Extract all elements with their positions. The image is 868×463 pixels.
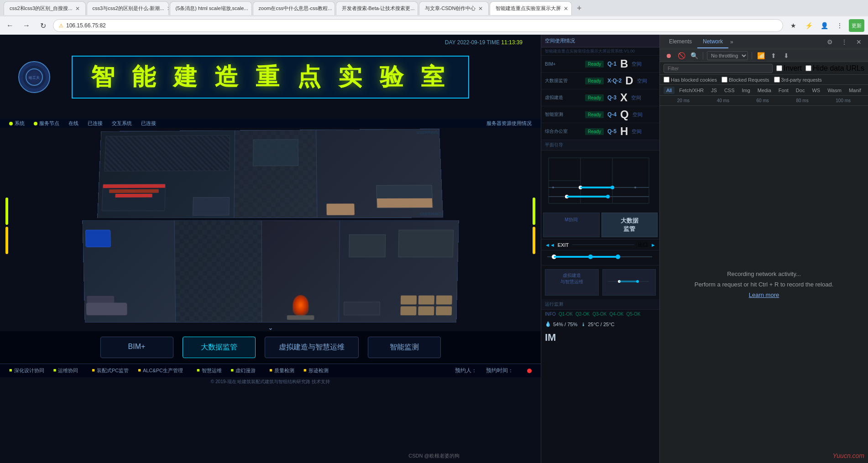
tab-2[interactable]: css3与css2的区别是什么-新潮... ✕: [87, 1, 169, 15]
day-label: DAY 2022-09-19 TIME 11:13:39: [445, 39, 523, 46]
devtools-tab-elements[interactable]: Elements: [664, 36, 697, 48]
desk-1: [400, 295, 416, 304]
watermark-csdn: CSDN @欧根老婆的狗: [408, 453, 459, 459]
back-button[interactable]: ←: [4, 19, 16, 32]
machinery-unit-1: [101, 183, 165, 211]
third-party-input[interactable]: [774, 77, 780, 83]
bim-id-2: X·Q-2: [607, 78, 622, 84]
type-all[interactable]: All: [664, 87, 675, 94]
devtools-tab-more[interactable]: »: [730, 39, 733, 45]
devtools-close-icon[interactable]: ✕: [853, 36, 864, 47]
profile-button[interactable]: 👤: [818, 19, 831, 32]
import-button[interactable]: ⬆: [769, 51, 779, 61]
bookmark-button[interactable]: ★: [787, 19, 800, 32]
nav-bim-button[interactable]: BIM+: [100, 337, 173, 358]
bim-empty-1: 空间: [632, 61, 642, 68]
tab-3[interactable]: (5条消息) html scale缩放,scale... ✕: [170, 1, 252, 15]
update-button[interactable]: 更新: [849, 19, 864, 32]
invert-checkbox[interactable]: Invert: [776, 64, 802, 73]
bim-id-1: Q-1: [607, 61, 617, 67]
url-bar[interactable]: ⚠ 106.15.66.75:82: [53, 19, 783, 32]
humidity-item: 💧 54% / 75%: [545, 321, 577, 327]
type-font[interactable]: Font: [776, 87, 791, 94]
extensions-button[interactable]: ⚡: [802, 19, 815, 32]
type-css[interactable]: CSS: [722, 87, 737, 94]
status-server-usage: 服务器资源使用情况: [486, 120, 532, 127]
corner-label-br: SSERRING: [419, 212, 442, 216]
bim-item-4[interactable]: 智能室测 Ready Q-4 Q 空间: [541, 106, 659, 123]
throttle-select[interactable]: No throttling: [707, 51, 748, 60]
more-menu-button[interactable]: ⋮: [833, 19, 846, 32]
reload-button[interactable]: ↻: [37, 19, 49, 32]
clear-button[interactable]: 🚫: [676, 51, 686, 61]
tab-2-close[interactable]: ✕: [167, 5, 169, 12]
type-media[interactable]: Media: [755, 87, 774, 94]
forward-button[interactable]: →: [20, 19, 33, 32]
blocked-requests-check[interactable]: Blocked Requests: [722, 77, 769, 83]
run-monitoring-label: 运行监测: [541, 299, 659, 310]
time-display: 11:13:39: [501, 39, 523, 46]
type-js[interactable]: JS: [708, 87, 720, 94]
devtools-more-icon[interactable]: ⋮: [839, 36, 850, 47]
tab-5[interactable]: 开发者搜索-Beta-让技术搜索更... ✕: [336, 1, 418, 15]
svg-rect-14: [567, 196, 608, 198]
dot-prefab: ■: [92, 367, 95, 374]
invert-check[interactable]: [776, 65, 782, 71]
devtools-tabs: Elements Network » ⚙ ⋮ ✕: [660, 35, 868, 49]
blocked-cookies-input[interactable]: [664, 77, 669, 83]
bim-id-4: Q-4: [607, 111, 617, 118]
type-xhr[interactable]: Fetch/XHR: [676, 87, 706, 94]
upper-floor-rooms: [98, 129, 443, 218]
tab-1[interactable]: css2和css3的区别_自搜搜... ✕: [4, 1, 86, 15]
tab-5-close[interactable]: ✕: [418, 5, 418, 12]
nav-monitor-button[interactable]: 智能监测: [368, 337, 441, 358]
virtual-label-left2: 与智慧运维: [548, 279, 596, 285]
tab-6[interactable]: 与文章-CSDN创作中心 ✕: [419, 1, 489, 15]
bim-item-1[interactable]: BIM+ Ready Q-1 B 空间: [541, 56, 659, 73]
export-button[interactable]: ⬇: [781, 51, 791, 61]
bim-label-3: 虚拟建造: [545, 94, 581, 101]
exit-bar: ◄◄ EXIT 出口 ►: [541, 239, 659, 250]
type-manifest[interactable]: Manif: [846, 87, 864, 94]
bim-item-2[interactable]: 大数据监管 Ready X·Q-2 D 空间: [541, 73, 659, 89]
tab-7-close[interactable]: ✕: [564, 5, 568, 12]
bim-status-3: Ready: [585, 94, 604, 101]
learn-more-link[interactable]: Learn more: [749, 291, 779, 298]
blocked-requests-input[interactable]: [722, 77, 727, 83]
building-container: SSERRING SSERRING: [74, 129, 467, 323]
type-wasm[interactable]: Wasm: [825, 87, 844, 94]
bim-item-5[interactable]: 综合办公室 Ready Q-5 H 空间: [541, 123, 659, 140]
record-button[interactable]: ⏺: [664, 51, 674, 61]
info-track: ■ 形迹检测: [303, 367, 329, 374]
dropdown-arrow[interactable]: ⌄: [0, 324, 541, 331]
tab-4[interactable]: zoom在css中什么意思-css教程... ✕: [253, 1, 335, 15]
type-doc[interactable]: Doc: [793, 87, 808, 94]
bim-item-3[interactable]: 虚拟建造 Ready Q-3 X 空间: [541, 89, 659, 106]
filter-input[interactable]: [664, 64, 773, 73]
nav-bigdata-button[interactable]: 大数据监管: [183, 337, 256, 358]
search-button[interactable]: 🔍: [689, 51, 699, 61]
exit-right-arrow: ►: [651, 242, 656, 248]
temp-item: 🌡 25°C / 25°C: [581, 321, 614, 327]
devtools-tab-network[interactable]: Network: [697, 36, 728, 48]
equipment-center: [253, 139, 298, 166]
ruler-marks: 20 ms 40 ms 60 ms 80 ms 100 ms: [664, 98, 864, 103]
type-img[interactable]: Img: [739, 87, 753, 94]
type-ws[interactable]: WS: [809, 87, 823, 94]
bim-space-header: 空间使用情况: [541, 35, 659, 47]
tab-6-close[interactable]: ✕: [478, 5, 483, 12]
tab-1-close[interactable]: ✕: [75, 5, 80, 12]
hide-data-urls-checkbox[interactable]: Hide data URLs: [805, 64, 864, 73]
hide-data-urls-check[interactable]: [805, 65, 811, 71]
network-conditions-icon[interactable]: 📶: [756, 51, 766, 61]
blocked-cookies-check[interactable]: Has blocked cookies: [664, 77, 717, 83]
nav-virtual-button[interactable]: 虚拟建造与智慧运维: [265, 337, 359, 358]
svg-rect-22: [554, 256, 618, 258]
tab-7-active[interactable]: 智能建造重点实验室展示大屏 ✕: [490, 1, 572, 15]
dot-smart: ■: [197, 367, 200, 374]
new-tab-button[interactable]: +: [573, 2, 586, 15]
tab-3-close[interactable]: ✕: [251, 5, 251, 12]
third-party-check[interactable]: 3rd-party requests: [774, 77, 822, 83]
devtools-settings-icon[interactable]: ⚙: [824, 36, 835, 47]
app-content: 哈工大 智 能 建 造 重 点 实 验 室 DAY 2022-09-19 TIM…: [0, 35, 541, 463]
